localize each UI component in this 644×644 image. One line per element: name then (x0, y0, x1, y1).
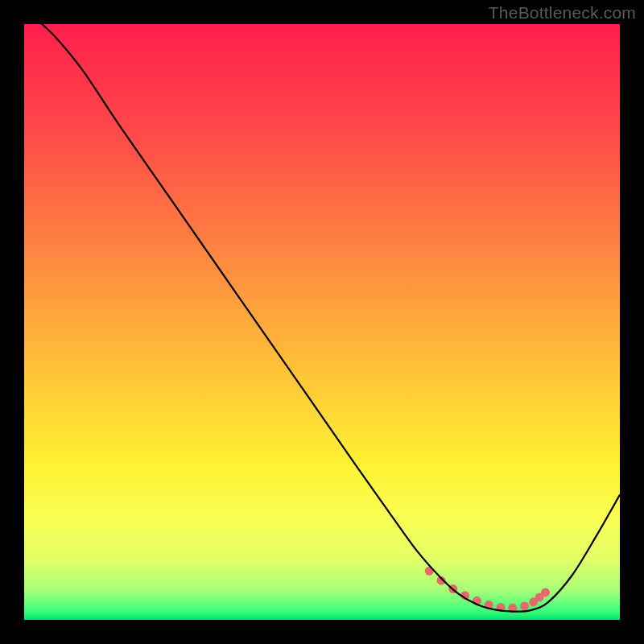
highlight-dot (541, 588, 550, 597)
watermark-text: TheBottleneck.com (489, 3, 636, 23)
chart-frame: TheBottleneck.com (0, 0, 644, 644)
highlight-dot (520, 601, 529, 610)
bottleneck-curve (24, 24, 620, 612)
highlight-dots (425, 567, 550, 613)
chart-svg (24, 24, 620, 620)
plot-area (24, 24, 620, 620)
